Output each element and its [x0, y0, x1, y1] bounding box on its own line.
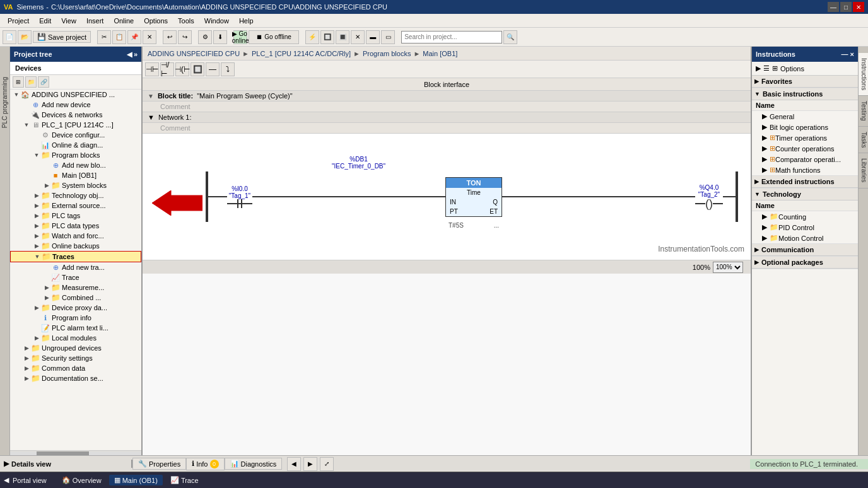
- toolbar-btn-5[interactable]: ▬: [366, 30, 380, 44]
- portal-trace-tab[interactable]: 📈 Trace: [165, 475, 204, 485]
- inst-motion[interactable]: ▶ 📁 Motion Control: [752, 233, 858, 243]
- editor-btn-5[interactable]: —: [206, 62, 220, 76]
- tree-item-online-backups[interactable]: ▶ 📁 Online backups: [10, 241, 141, 251]
- editor-btn-6[interactable]: ⤵: [221, 62, 235, 76]
- tree-item-devices[interactable]: 🔌 Devices & networks: [10, 110, 141, 120]
- tree-item-trace[interactable]: 📈 Trace: [10, 272, 141, 282]
- tree-item-common-data[interactable]: ▶ 📁 Common data: [10, 363, 141, 373]
- paste-button[interactable]: 📌: [127, 30, 141, 44]
- maximize-button[interactable]: □: [840, 2, 852, 12]
- communication-header[interactable]: ▶ Communication: [752, 244, 858, 256]
- testing-vtab[interactable]: Testing: [859, 96, 868, 127]
- tree-item-plc-data-types[interactable]: ▶ 📁 PLC data types: [10, 221, 141, 231]
- tree-item-combined[interactable]: ▶ 📁 Combined ...: [10, 293, 141, 303]
- tree-item-add-device[interactable]: ⊕ Add new device: [10, 100, 141, 110]
- expand-icon[interactable]: »: [134, 50, 138, 59]
- minimize-button[interactable]: —: [828, 2, 839, 12]
- devices-tab[interactable]: Devices: [10, 62, 141, 75]
- menu-edit[interactable]: Edit: [34, 16, 56, 26]
- menu-options[interactable]: Options: [139, 16, 173, 26]
- inst-general[interactable]: ▶ General: [752, 111, 858, 122]
- breadcrumb-item-3[interactable]: Program blocks: [363, 50, 411, 57]
- tree-item-device-proxy[interactable]: ▶ 📁 Device proxy da...: [10, 303, 141, 313]
- details-view-arrow[interactable]: ▶: [4, 460, 9, 468]
- go-offline-button[interactable]: ⏹ Go offline: [249, 30, 299, 44]
- tree-item-external-source[interactable]: ▶ 📁 External source...: [10, 200, 141, 211]
- tree-item-ungrouped[interactable]: ▶ 📁 Ungrouped devices: [10, 343, 141, 353]
- save-button[interactable]: 💾 Save project: [33, 31, 91, 43]
- inst-timer[interactable]: ▶ ⊞ Timer operations: [752, 132, 858, 143]
- tree-item-technology-obj[interactable]: ▶ 📁 Technology obj...: [10, 190, 141, 200]
- copy-button[interactable]: 📋: [112, 30, 126, 44]
- new-button[interactable]: 📄: [3, 30, 16, 44]
- menu-view[interactable]: View: [56, 16, 81, 26]
- tree-item-plc1[interactable]: ▼ 🖥 PLC_1 [CPU 1214C ...]: [10, 120, 141, 130]
- toolbar-btn-2[interactable]: 🔲: [320, 30, 334, 44]
- technology-header[interactable]: ▼ Technology: [752, 189, 858, 200]
- editor-btn-3[interactable]: ⊣(⊢: [175, 62, 189, 76]
- favorites-header[interactable]: ▶ Favorites: [752, 76, 858, 88]
- tree-item-root[interactable]: ▼ 🏠 ADDING UNSPECIFIED ...: [10, 90, 141, 100]
- toolbar-btn-4[interactable]: ✕: [351, 30, 365, 44]
- contact-1[interactable]: %I0.0 "Tag_1": [227, 185, 252, 208]
- inst-pid[interactable]: ▶ 📁 PID Control: [752, 222, 858, 233]
- cut-button[interactable]: ✂: [97, 30, 111, 44]
- menu-insert[interactable]: Insert: [81, 16, 109, 26]
- menu-window[interactable]: Window: [199, 16, 234, 26]
- breadcrumb-item-4[interactable]: Main [OB1]: [423, 50, 457, 57]
- menu-online[interactable]: Online: [108, 16, 139, 26]
- menu-project[interactable]: Project: [3, 16, 34, 26]
- tree-item-local-modules[interactable]: ▶ 📁 Local modules: [10, 333, 141, 343]
- close-button[interactable]: ✕: [853, 2, 864, 12]
- breadcrumb-item-2[interactable]: PLC_1 [CPU 1214C AC/DC/Rly]: [252, 50, 351, 57]
- inst-counter[interactable]: ▶ ⊞ Counter operations: [752, 143, 858, 154]
- coil-1[interactable]: %Q4.0 "Tag_2" ( ): [695, 184, 723, 209]
- toolbar-btn-1[interactable]: ⚡: [305, 30, 319, 44]
- toolbar-btn-6[interactable]: ▭: [381, 30, 395, 44]
- tree-toolbar-btn1[interactable]: ⊞: [13, 76, 24, 88]
- plc-programming-tab[interactable]: PLC programming: [1, 72, 9, 133]
- go-online-button[interactable]: ▶ Go online: [233, 30, 247, 44]
- portal-view-arrow[interactable]: ◀: [4, 476, 9, 484]
- tree-item-main-ob1[interactable]: ■ Main [OB1]: [10, 170, 141, 180]
- extended-instructions-header[interactable]: ▶ Extended instructions: [752, 176, 858, 188]
- inst-math[interactable]: ▶ ⊞ Math functions: [752, 165, 858, 175]
- network-arrow[interactable]: ▼: [148, 113, 155, 121]
- basic-instructions-header[interactable]: ▼ Basic instructions: [752, 88, 858, 100]
- info-button[interactable]: ℹ Info 0: [186, 458, 224, 470]
- delete-button[interactable]: ✕: [143, 30, 156, 44]
- zoom-select[interactable]: 100%: [713, 262, 743, 273]
- search-input[interactable]: [401, 31, 502, 44]
- auto-hide-icon[interactable]: ◀: [127, 50, 132, 59]
- breadcrumb-item-1[interactable]: ADDING UNSPECIFIED CPU: [148, 50, 240, 57]
- tree-item-plc-alarm[interactable]: 📝 PLC alarm text li...: [10, 323, 141, 333]
- menu-help[interactable]: Help: [234, 16, 259, 26]
- tree-toolbar-btn3[interactable]: 🔗: [38, 76, 49, 88]
- ton-block[interactable]: TON Time IN Q: [445, 177, 502, 217]
- status-btn-1[interactable]: ◀: [287, 457, 301, 471]
- tree-item-security[interactable]: ▶ 📁 Security settings: [10, 353, 141, 363]
- search-button[interactable]: 🔍: [503, 30, 517, 44]
- tree-toolbar-btn2[interactable]: 📁: [25, 76, 37, 88]
- inst-comparator[interactable]: ▶ ⊞ Comparator operati...: [752, 154, 858, 165]
- tree-item-program-blocks[interactable]: ▼ 📁 Program blocks: [10, 150, 141, 160]
- optional-packages-header[interactable]: ▶ Optional packages: [752, 257, 858, 269]
- inst-counting[interactable]: ▶ 📁 Counting: [752, 211, 858, 222]
- tree-item-watch-force[interactable]: ▶ 📁 Watch and forc...: [10, 231, 141, 241]
- properties-button[interactable]: 🔧 Properties: [132, 458, 186, 470]
- tree-item-traces[interactable]: ▼ 📁 Traces: [10, 251, 141, 262]
- inst-bit-logic[interactable]: ▶ Bit logic operations: [752, 122, 858, 132]
- portal-overview-tab[interactable]: 🏠 Overview: [57, 475, 107, 485]
- portal-main-tab[interactable]: ▦ Main (OB1): [109, 475, 163, 485]
- toolbar-btn-3[interactable]: 🔳: [336, 30, 349, 44]
- tree-item-add-trace[interactable]: ⊕ Add new tra...: [10, 262, 141, 272]
- tree-item-device-config[interactable]: ⚙ Device configur...: [10, 130, 141, 140]
- redo-button[interactable]: ↪: [178, 30, 192, 44]
- instructions-vtab[interactable]: Instructions: [859, 53, 868, 96]
- tree-item-system-blocks[interactable]: ▶ 📁 System blocks: [10, 180, 141, 190]
- tree-item-documentation[interactable]: ▶ 📁 Documentation se...: [10, 373, 141, 383]
- open-button[interactable]: 📂: [18, 30, 32, 44]
- libraries-vtab[interactable]: Libraries: [859, 153, 868, 188]
- menu-tools[interactable]: Tools: [173, 16, 199, 26]
- instructions-close-icon[interactable]: ×: [850, 50, 854, 58]
